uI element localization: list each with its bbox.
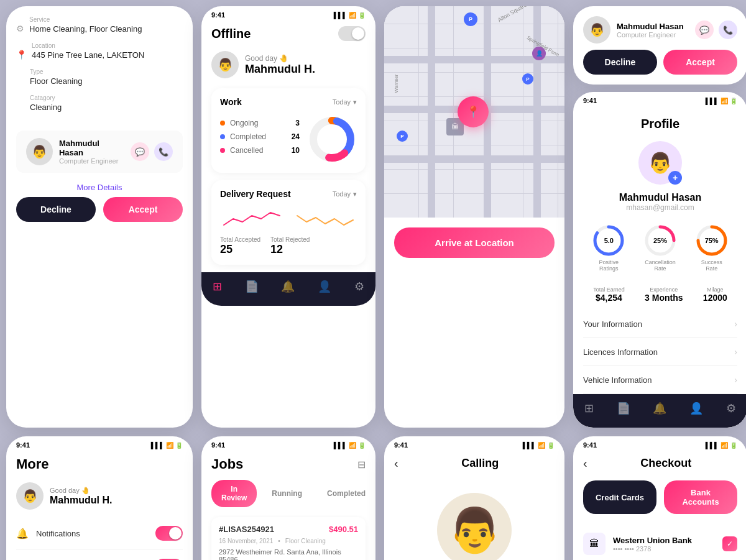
positive-ratings-stat: 5.0 PositiveRatings: [592, 224, 625, 272]
type-label: Type: [30, 68, 183, 75]
preview-decline-button[interactable]: Decline: [583, 50, 657, 75]
accept-button[interactable]: Accept: [103, 197, 183, 222]
greeting-text: Good day 🤚: [245, 54, 315, 63]
bank-number: •••• •••• 2378: [613, 545, 692, 553]
sounds-item[interactable]: 🔈 Sounds: [16, 550, 183, 560]
rejected-value: 12: [270, 243, 310, 256]
preview-message-btn[interactable]: 💬: [695, 21, 714, 39]
location-label: Location: [32, 42, 144, 49]
profile-email: mhasan@gmail.com: [583, 203, 737, 212]
bank-accounts-tab[interactable]: Bank Accounts: [664, 480, 737, 514]
notifications-toggle[interactable]: [155, 526, 183, 541]
profile-name: Mahmudul Hasan: [583, 192, 737, 203]
credit-cards-tab[interactable]: Credit Cards: [583, 480, 656, 514]
profile-top-area: 👨 Mahmudul Hasan Computer Engineer 💬 📞 D…: [573, 6, 746, 428]
vehicle-info-item[interactable]: Vehicle Information ›: [583, 366, 737, 394]
accepted-chart: [220, 206, 283, 231]
type-value: Floor Cleaning: [30, 76, 183, 86]
location-value: 445 Pine Tree Lane, LAKETON: [32, 50, 144, 60]
rejected-chart: [293, 206, 357, 231]
user-avatar: 👨: [26, 138, 53, 165]
work-card: Work Today ▾ Ongoing 3 Completed 24: [211, 88, 366, 173]
arrive-button[interactable]: Arrive at Location: [394, 227, 555, 258]
preview-avatar: 👨: [583, 16, 610, 44]
nav-jobs-icon[interactable]: 📄: [617, 402, 630, 415]
checkout-status-bar: 9:41 ▌▌▌ 📶 🔋: [573, 436, 746, 451]
bank-icon: 🏛: [583, 533, 606, 555]
calling-card: 9:41 ▌▌▌ 📶 🔋 ‹ Calling 👨 Mahmudul Hasan …: [384, 436, 564, 560]
your-info-item[interactable]: Your Information ›: [583, 310, 737, 338]
ongoing-dot: [220, 121, 225, 126]
nav-bell-icon[interactable]: 🔔: [281, 280, 295, 293]
call-icon-btn[interactable]: 📞: [154, 142, 173, 161]
more-card: 9:41 ▌▌▌ 📶 🔋 More 👨 Good day 🤚 Mahmudul …: [6, 436, 193, 560]
cancellation-value: 25%: [644, 224, 676, 257]
job-type: Floor Cleaning: [285, 538, 326, 544]
offline-home-card: 9:41 ▌▌▌ 📶 🔋 Offline 👨 Good day 🤚 Mahmud…: [201, 6, 375, 428]
rejected-label: Total Rejected: [270, 236, 310, 243]
notifications-item[interactable]: 🔔 Notifications: [16, 517, 183, 550]
nav-jobs-icon[interactable]: 📄: [245, 280, 259, 293]
greeting-avatar: 👨: [211, 51, 239, 78]
status-bar: 9:41 ▌▌▌ 📶 🔋: [201, 6, 375, 21]
accepted-label: Total Accepted: [220, 236, 260, 243]
job-amount: $490.51: [329, 525, 358, 534]
nav-settings-icon[interactable]: ⚙: [354, 280, 364, 293]
tab-running[interactable]: Running: [262, 480, 312, 507]
bank-name: Western Union Bank: [613, 536, 692, 545]
filter-icon[interactable]: ⊟: [357, 459, 366, 470]
delivery-title: Delivery Request: [220, 189, 291, 199]
service-label: Service: [29, 16, 142, 23]
nav-home-icon[interactable]: ⊞: [584, 402, 594, 415]
user-title: Computer Engineer: [59, 157, 124, 165]
bank-account-item[interactable]: 🏛 Western Union Bank •••• •••• 2378 ✓: [573, 524, 746, 560]
offline-toggle[interactable]: [338, 26, 366, 41]
accepted-value: 25: [220, 243, 260, 256]
today-badge: Today ▾: [333, 98, 357, 106]
nav-profile-icon[interactable]: 👤: [318, 280, 331, 293]
chevron-icon: ›: [734, 347, 737, 357]
map-main-pin: 📍: [458, 96, 489, 127]
nav-profile-icon[interactable]: 👤: [689, 402, 703, 415]
more-greeting-name: Mahmudul H.: [50, 495, 112, 506]
nav-bell-icon[interactable]: 🔔: [653, 402, 666, 415]
more-status-bar: 9:41 ▌▌▌ 📶 🔋: [6, 436, 193, 451]
preview-call-btn[interactable]: 📞: [719, 21, 737, 39]
tab-in-review[interactable]: In Review: [211, 480, 257, 507]
decline-button[interactable]: Decline: [16, 197, 96, 222]
profile-status-bar: 9:41 ▌▌▌ 📶 🔋: [573, 92, 746, 107]
cancelled-dot: [220, 148, 225, 153]
info-row: Total Earned $4,254 Experience 3 Months …: [573, 282, 746, 310]
message-icon-btn[interactable]: 💬: [131, 142, 149, 161]
checkout-title: Checkout: [595, 457, 737, 470]
job-item: #LISAS254921 $490.51 16 November, 2021 •…: [211, 517, 366, 560]
delivery-badge: Today ▾: [333, 190, 357, 198]
success-value: 75%: [696, 224, 728, 257]
delivery-card: Delivery Request Today ▾: [211, 180, 366, 265]
job-date: 16 November, 2021: [219, 538, 273, 544]
chevron-icon: ›: [734, 375, 737, 385]
service-card: ⚙ Service Home Cleaning, Floor Cleaning …: [6, 6, 193, 428]
nav-settings-icon[interactable]: ⚙: [726, 402, 736, 415]
map-card: P 👤 P P 🏛 📍 Alton Square Warmier Springf…: [384, 6, 564, 428]
chevron-icon: ›: [734, 319, 737, 329]
tab-completed[interactable]: Completed: [317, 480, 375, 507]
more-details-link[interactable]: More Details: [6, 178, 193, 197]
back-button[interactable]: ‹: [394, 456, 398, 470]
bell-icon: 🔔: [16, 528, 29, 539]
map-pin-p1: P: [464, 12, 477, 26]
job-address: 2972 Westheimer Rd. Santa Ana, Illinois …: [219, 548, 358, 560]
jobs-status-bar: 9:41 ▌▌▌ 📶 🔋: [201, 436, 375, 451]
licences-info-item[interactable]: Licences Information ›: [583, 338, 737, 366]
calling-status-bar: 9:41 ▌▌▌ 📶 🔋: [384, 436, 564, 451]
more-greeting-text: Good day 🤚: [50, 487, 112, 495]
add-photo-btn[interactable]: +: [668, 171, 682, 185]
calling-title: Calling: [406, 457, 555, 470]
more-title: More: [16, 456, 183, 472]
work-title: Work: [220, 97, 242, 107]
checkout-back-btn[interactable]: ‹: [583, 456, 587, 470]
nav-home-icon[interactable]: ⊞: [213, 280, 222, 293]
map-view: P 👤 P P 🏛 📍 Alton Square Warmier Springf…: [384, 6, 564, 218]
completed-dot: [220, 134, 225, 139]
preview-accept-button[interactable]: Accept: [663, 50, 737, 75]
